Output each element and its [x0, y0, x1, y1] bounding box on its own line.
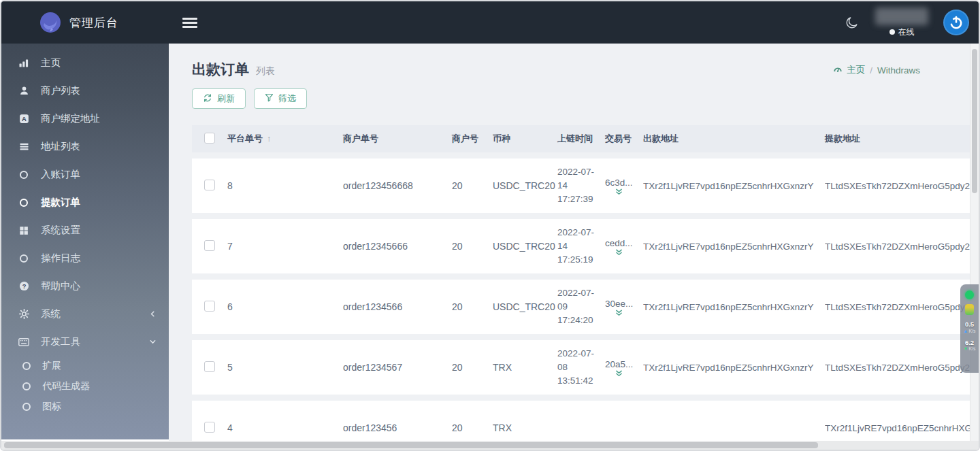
sidebar-item-merchant-bind-address[interactable]: A 商户绑定地址: [1, 105, 169, 133]
vertical-scrollbar-thumb[interactable]: [972, 49, 977, 193]
sidebar-item-system-settings[interactable]: 系统设置: [1, 216, 169, 244]
breadcrumb-current: Withdraws: [877, 65, 920, 76]
cell-currency: USDC_TRC20: [493, 158, 557, 213]
refresh-button[interactable]: 刷新: [192, 88, 246, 109]
letter-a-badge-icon: A: [18, 114, 30, 124]
sidebar-item-label: 系统设置: [41, 224, 80, 237]
online-status-label: 在线: [898, 27, 915, 38]
table-row: 5 order1234567 20 TRX 2022-07-08 13:51:4…: [192, 340, 979, 395]
txn-hash-abbrev: 20a5...: [605, 359, 633, 369]
horizontal-scrollbar-thumb[interactable]: [4, 442, 818, 448]
header-withdraw-address: 提款地址: [825, 125, 979, 152]
cell-payout-address: TXr2f1LjvRE7vpd16npEZ5cnhrHXGxnzrY: [643, 158, 825, 213]
cell-txn: [605, 401, 643, 441]
sidebar-item-deposit-orders[interactable]: 入账订单: [1, 161, 169, 188]
cell-platform-no: 7: [227, 219, 343, 273]
cell-platform-no: 8: [227, 158, 343, 213]
sidebar-toggle-button[interactable]: [182, 18, 197, 28]
svg-text:?: ?: [22, 283, 26, 290]
cell-platform-no: 4: [227, 401, 343, 441]
sidebar: 管理后台 主页 商户列表: [1, 1, 169, 439]
header-platform-no[interactable]: 平台单号↑: [227, 125, 343, 152]
cell-currency: USDC_TRC20: [493, 219, 557, 273]
brand-area[interactable]: 管理后台: [1, 1, 169, 44]
sidebar-item-label: 代码生成器: [42, 380, 90, 392]
cell-chain-time: 2022-07-14 17:25:19: [557, 219, 605, 273]
sidebar-item-operation-log[interactable]: 操作日志: [1, 244, 169, 272]
sidebar-item-icons[interactable]: 图标: [1, 397, 169, 417]
expand-double-chevron-icon[interactable]: [615, 249, 623, 256]
row-checkbox[interactable]: [204, 240, 215, 251]
breadcrumb-home-link[interactable]: 主页: [833, 64, 865, 76]
cell-payout-address: [643, 401, 825, 441]
sidebar-item-merchant-list[interactable]: 商户列表: [1, 77, 169, 105]
upload-speed-value: 0.5: [965, 321, 974, 328]
cell-payout-address: TXr2f1LjvRE7vpd16npEZ5cnhrHXGxnzrY: [643, 219, 825, 273]
cell-merchant-order: order1234566: [343, 280, 452, 334]
cell-currency: USDC_TRC20: [493, 280, 557, 334]
orders-table-wrap: 平台单号↑ 商户单号 商户号 币种 上链时间 交易号 出款地址 提款地址 8 o…: [192, 119, 979, 441]
net-speed-widget[interactable]: 0.5 ▲ K/s 6.2 ▼ K/s: [960, 284, 979, 373]
row-checkbox[interactable]: [204, 422, 215, 433]
list-icon: [18, 141, 30, 152]
logout-power-button[interactable]: [943, 10, 969, 35]
expand-double-chevron-icon[interactable]: [615, 370, 623, 377]
sidebar-item-label: 操作日志: [41, 252, 80, 265]
expand-double-chevron-icon[interactable]: [615, 310, 623, 316]
status-green-dot-icon: [965, 290, 974, 299]
sidebar-item-system[interactable]: 系统: [1, 300, 169, 328]
table-row: 4 order123456 20 TRX TXr2f1LjvRE7vpd16np…: [192, 401, 979, 441]
download-arrow-icon: ▼: [963, 346, 968, 351]
sidebar-item-help-center[interactable]: ? 帮助中心: [1, 272, 169, 300]
sidebar-item-dev-tools[interactable]: 开发工具: [1, 328, 169, 356]
circle-icon: [18, 197, 30, 208]
row-checkbox[interactable]: [204, 301, 215, 312]
circle-icon: [18, 169, 30, 180]
user-info[interactable]: 在线: [875, 7, 928, 38]
brand-title: 管理后台: [69, 15, 118, 31]
brand-logo-icon: [39, 12, 61, 33]
expand-double-chevron-icon[interactable]: [615, 188, 623, 195]
dark-mode-toggle-icon[interactable]: [843, 14, 860, 31]
chevron-left-icon: [149, 309, 157, 320]
sidebar-item-withdraw-orders[interactable]: 提款订单: [1, 188, 169, 216]
windows-icon: [18, 225, 30, 236]
header-chain-time: 上链时间: [557, 125, 605, 152]
page-subtitle: 列表: [256, 65, 275, 78]
dashboard-gauge-icon: [833, 65, 843, 76]
table-row: 7 order12345666 20 USDC_TRC20 2022-07-14…: [192, 219, 979, 273]
cell-payout-address: TXr2f1LjvRE7vpd16npEZ5cnhrHXGxnzrY: [643, 340, 825, 395]
filter-button-label: 筛选: [278, 93, 296, 105]
header-txn-no: 交易号: [605, 125, 643, 152]
row-checkbox[interactable]: [204, 361, 215, 372]
vertical-scrollbar: [970, 44, 979, 441]
sidebar-item-extensions[interactable]: 扩展: [1, 356, 169, 376]
circle-icon: [20, 401, 33, 412]
sidebar-item-code-generator[interactable]: 代码生成器: [1, 376, 169, 397]
row-checkbox[interactable]: [204, 180, 215, 190]
keyboard-icon: [18, 337, 30, 348]
sidebar-item-home[interactable]: 主页: [1, 49, 169, 77]
cell-withdraw-address: TXr2f1LjvRE7vpd16npEZ5cnhrHXG: [825, 401, 979, 441]
breadcrumb: 主页 / Withdraws: [833, 60, 954, 76]
breadcrumb-home-label: 主页: [847, 64, 865, 76]
cell-txn: 6c3d...: [605, 158, 643, 213]
txn-hash-abbrev: 6c3d...: [605, 178, 633, 188]
filter-button[interactable]: 筛选: [254, 88, 307, 109]
main-content: 出款订单 列表 主页 / Withdraws: [169, 44, 979, 441]
cell-chain-time: 2022-07-09 17:24:20: [557, 280, 605, 334]
cell-txn: 20a5...: [605, 340, 643, 395]
sidebar-item-address-list[interactable]: 地址列表: [1, 133, 169, 161]
header-merchant-order-no: 商户单号: [343, 125, 452, 152]
cell-merchant-id: 20: [452, 280, 493, 334]
sidebar-item-label: 地址列表: [41, 140, 80, 153]
download-speed-value: 6.2: [965, 339, 974, 346]
cell-merchant-order: order1234567: [343, 340, 452, 395]
cell-chain-time: [557, 401, 605, 441]
circle-icon: [18, 253, 30, 264]
sidebar-item-label: 提款订单: [41, 196, 80, 209]
sort-asc-icon: ↑: [267, 133, 272, 144]
select-all-checkbox[interactable]: [204, 133, 215, 144]
sidebar-item-label: 图标: [42, 401, 61, 413]
table-row: 8 order123456668 20 USDC_TRC20 2022-07-1…: [192, 158, 979, 213]
